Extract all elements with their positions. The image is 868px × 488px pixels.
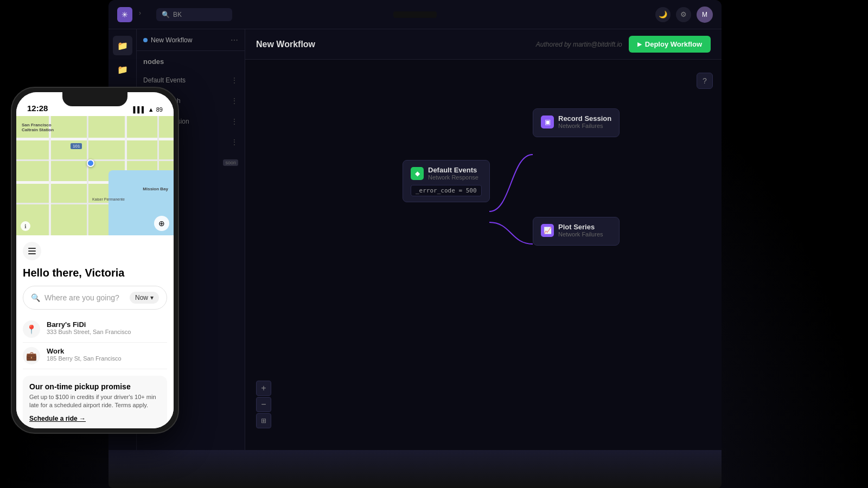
item-menu-plot-series[interactable]: ⋮	[231, 138, 238, 146]
workflow-header: New Workflow Authored by martin@bitdrift…	[245, 29, 722, 60]
map-road-h1	[16, 138, 174, 140]
panel-title: nodes	[137, 51, 245, 70]
h-line-3	[28, 253, 36, 254]
authored-by: Authored by martin@bitdrift.io	[536, 41, 622, 48]
sidebar-item-folder1[interactable]: 📁	[113, 36, 132, 55]
hamburger-button[interactable]	[23, 242, 41, 260]
tab-menu-icon[interactable]: ⋯	[231, 36, 238, 44]
funnel-soon-badge: soon	[223, 159, 238, 166]
battery-icon: 89	[156, 106, 163, 113]
promo-text: Get up to $100 in credits if your driver…	[29, 393, 161, 410]
node-plot-series-header: 📈 Plot Series Network Failures	[541, 223, 611, 237]
wifi-icon: ▲	[148, 106, 154, 113]
expand-icon[interactable]: ›	[139, 9, 150, 20]
map-road-v2	[87, 116, 88, 235]
node-plot-series[interactable]: 📈 Plot Series Network Failures	[533, 217, 620, 246]
location-info-work: Work 185 Berry St, San Francisco	[47, 347, 122, 362]
node-default-events-header: ◆ Default Events Network Response	[411, 166, 482, 181]
search-icon: 🔍	[162, 11, 170, 18]
connections-svg	[245, 60, 722, 450]
sidebar-item-folder2[interactable]: 📁	[113, 60, 132, 79]
phone-time: 12:28	[27, 104, 48, 113]
zoom-controls: + − ⊞	[256, 381, 271, 428]
map-location-pin	[87, 159, 94, 167]
location-name-barrys: Barry's FiDi	[47, 320, 131, 329]
top-bar: ✳ › 🔍 BK 🌙 ⚙ M	[108, 0, 722, 29]
phone-notch	[62, 92, 127, 106]
signal-icon: ▌▌▌	[133, 106, 145, 113]
phone-search-box[interactable]: 🔍 Where are you going? Now ▾	[23, 286, 167, 310]
node-default-events[interactable]: ◆ Default Events Network Response _error…	[403, 160, 490, 202]
app-chrome: ✳ › 🔍 BK 🌙 ⚙ M 📁 📁 📁 📁	[108, 0, 722, 450]
workflow-header-right: Authored by martin@bitdrift.io Deploy Wo…	[536, 36, 711, 53]
workflow-tab[interactable]: New Workflow ⋯	[137, 29, 245, 51]
phone-search-icon: 🔍	[31, 293, 40, 302]
node-record-session-icon: ▣	[541, 115, 554, 129]
node-plot-series-info: Plot Series Network Failures	[558, 223, 603, 237]
location-address-work: 185 Berry St, San Francisco	[47, 355, 122, 362]
node-record-session[interactable]: ▣ Record Session Network Failures	[533, 108, 620, 137]
camera-notch	[393, 11, 437, 18]
phone-frame: 12:28 ▌▌▌ ▲ 89 San FranciscoCaltrain St	[11, 87, 179, 434]
map-compass-button[interactable]: ⊕	[154, 216, 169, 231]
phone-screen: 12:28 ▌▌▌ ▲ 89 San FranciscoCaltrain St	[16, 92, 174, 428]
h-line-1	[28, 248, 36, 249]
location-work-icon: 💼	[26, 351, 37, 361]
canvas-nodes: ◆ Default Events Network Response _error…	[245, 60, 722, 450]
map-area[interactable]: San FranciscoCaltrain Station Mission Ba…	[16, 116, 174, 235]
node-default-events-title: Default Events	[428, 166, 478, 174]
location-info-barrys: Barry's FiDi 333 Bush Street, San Franci…	[47, 320, 131, 335]
zoom-out-button[interactable]: −	[256, 397, 271, 412]
zoom-settings-button[interactable]: ⊞	[256, 413, 271, 428]
map-road-h2	[16, 159, 174, 161]
laptop-keyboard	[108, 450, 722, 488]
hamburger-lines	[28, 248, 36, 254]
location-name-work: Work	[47, 347, 122, 355]
time-picker-chevron: ▾	[150, 294, 154, 301]
location-icon-barrys: 📍	[23, 320, 40, 338]
promo-title: Our on-time pickup promise	[29, 382, 161, 391]
location-item-barrys[interactable]: 📍 Barry's FiDi 333 Bush Street, San Fran…	[23, 316, 167, 343]
node-default-events-tag: _error_code = 500	[411, 185, 482, 196]
deploy-workflow-button[interactable]: Deploy Workflow	[629, 36, 711, 53]
help-button[interactable]: ?	[697, 73, 713, 89]
zoom-in-button[interactable]: +	[256, 381, 271, 396]
search-bar[interactable]: 🔍 BK	[156, 8, 232, 21]
location-address-barrys: 333 Bush Street, San Francisco	[47, 329, 131, 335]
node-plot-series-title: Plot Series	[558, 223, 603, 231]
map-label-mission-bay: Mission Bay	[143, 187, 168, 191]
workflow-title: New Workflow	[256, 40, 315, 49]
canvas-area[interactable]: New Workflow Authored by martin@bitdrift…	[245, 29, 722, 450]
map-info-button[interactable]: ℹ	[21, 221, 30, 231]
time-picker-label: Now	[135, 294, 148, 301]
laptop-frame: ✳ › 🔍 BK 🌙 ⚙ M 📁 📁 📁 📁	[108, 0, 722, 450]
item-menu-metric-match[interactable]: ⋮	[231, 97, 238, 105]
node-plot-series-icon: 📈	[541, 224, 554, 237]
node-default-events-icon: ◆	[411, 167, 424, 180]
location-pin-icon-barrys: 📍	[26, 324, 37, 335]
main-layout: 📁 📁 📁 📁 New Workflow ⋯ nodes Default Eve…	[108, 29, 722, 450]
user-avatar[interactable]: M	[697, 7, 713, 23]
node-default-events-info: Default Events Network Response	[428, 166, 478, 181]
node-plot-series-subtitle: Network Failures	[558, 231, 603, 237]
map-label-kaiser: Kaiser Permanente	[92, 197, 125, 201]
location-item-work[interactable]: 💼 Work 185 Berry St, San Francisco	[23, 343, 167, 369]
phone-status-icons: ▌▌▌ ▲ 89	[133, 106, 163, 113]
app-logo: ✳	[117, 7, 132, 22]
promo-card: Our on-time pickup promise Get up to $10…	[23, 376, 167, 428]
item-menu-default-events[interactable]: ⋮	[231, 76, 238, 85]
location-icon-work: 💼	[23, 347, 40, 364]
node-record-session-header: ▣ Record Session Network Failures	[541, 114, 611, 129]
app-content: Hello there, Victoria 🔍 Where are you go…	[16, 235, 174, 428]
promo-link[interactable]: Schedule a ride →	[29, 415, 86, 422]
h-line-2	[28, 251, 36, 252]
search-text: BK	[173, 11, 182, 18]
time-picker[interactable]: Now ▾	[130, 292, 159, 304]
item-menu-record-session[interactable]: ⋮	[231, 117, 238, 126]
node-default-events-subtitle: Network Response	[428, 174, 478, 181]
moon-icon[interactable]: 🌙	[655, 7, 671, 22]
top-bar-right: 🌙 ⚙ M	[655, 7, 713, 23]
node-record-session-info: Record Session Network Failures	[558, 114, 611, 129]
node-record-session-title: Record Session	[558, 114, 611, 123]
settings-icon[interactable]: ⚙	[676, 7, 691, 22]
